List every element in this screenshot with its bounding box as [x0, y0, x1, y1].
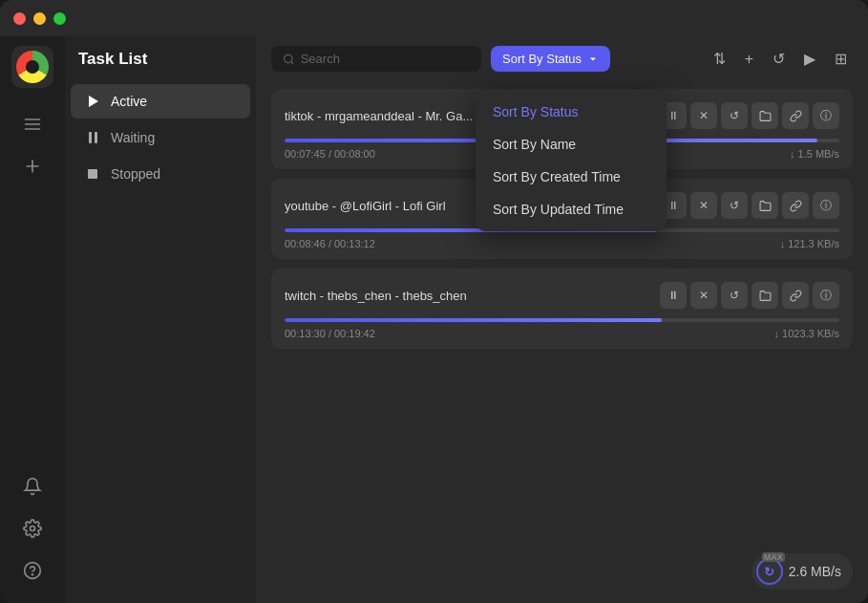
sidebar-item-active[interactable]: Active: [71, 84, 250, 118]
task-close-button[interactable]: ✕: [690, 282, 717, 309]
sort-by-status-button[interactable]: Sort By Status: [491, 46, 610, 72]
speed-badge: ↻ MAX 2.6 MB/s: [752, 553, 853, 590]
settings-icon[interactable]: [13, 509, 52, 548]
sidebar-item-active-label: Active: [111, 94, 147, 109]
task-speed: ↓ 1023.3 KB/s: [774, 328, 840, 339]
icon-sidebar: [0, 36, 65, 603]
toolbar-actions: ⇅ + ↺ ▶ ⊞: [708, 46, 853, 72]
task-speed: ↓ 1.5 MB/s: [790, 148, 839, 160]
task-actions: ⏸ ✕ ↺ ⓘ: [660, 282, 839, 309]
bottom-bar: ↻ MAX 2.6 MB/s: [752, 553, 853, 590]
sort-by-name-option[interactable]: Sort By Name: [476, 128, 667, 161]
sidebar-item-waiting-label: Waiting: [111, 130, 155, 145]
sidebar-item-stopped-label: Stopped: [111, 166, 160, 182]
task-reset-button[interactable]: ↺: [721, 192, 748, 219]
speed-max-label: MAX: [762, 552, 785, 562]
play-all-button[interactable]: ▶: [798, 46, 821, 72]
task-reset-button[interactable]: ↺: [721, 282, 748, 309]
bell-icon[interactable]: [13, 467, 52, 506]
search-input[interactable]: [301, 52, 470, 66]
sidebar-item-waiting[interactable]: Waiting: [71, 120, 250, 155]
task-folder-button[interactable]: [752, 192, 778, 219]
columns-button[interactable]: ⊞: [829, 46, 853, 72]
titlebar: [0, 0, 868, 36]
task-title: twitch - thebs_chen - thebs_chen: [285, 289, 619, 303]
refresh-button[interactable]: ↺: [767, 46, 791, 72]
task-link-button[interactable]: [782, 282, 809, 309]
progress-bar: [285, 318, 839, 322]
help-icon[interactable]: [13, 551, 52, 590]
task-actions: ⏸ ✕ ↺ ⓘ: [660, 102, 839, 129]
task-close-button[interactable]: ✕: [690, 192, 717, 219]
sort-dropdown: Sort By Status Sort By Name Sort By Crea…: [476, 90, 667, 231]
task-time: 00:08:46 / 00:13:12: [285, 238, 375, 249]
sort-label: Sort By Status: [502, 52, 582, 66]
sort-by-updated-option[interactable]: Sort By Updated Time: [476, 193, 667, 226]
toolbar: Sort By Status ⇅ + ↺ ▶ ⊞: [256, 36, 868, 81]
logo-icon: [16, 51, 49, 83]
speed-value: 2.6 MB/s: [789, 564, 841, 579]
chevron-down-icon: [587, 54, 599, 65]
pause-icon: [84, 129, 101, 146]
sidebar-item-stopped[interactable]: Stopped: [71, 157, 250, 191]
progress-fill: [285, 318, 662, 322]
table-row: twitch - thebs_chen - thebs_chen ⏸ ✕ ↺: [271, 269, 853, 349]
task-close-button[interactable]: ✕: [690, 102, 717, 129]
nav-sidebar: Task List Active Waiting Stopped: [65, 36, 256, 603]
task-speed: ↓ 121.3 KB/s: [780, 238, 839, 249]
nav-title: Task List: [65, 50, 256, 84]
task-info-button[interactable]: ⓘ: [813, 102, 839, 129]
search-box[interactable]: [271, 46, 481, 72]
task-time: 00:13:30 / 00:19:42: [285, 328, 375, 339]
close-button[interactable]: [13, 12, 26, 25]
task-reset-button[interactable]: ↺: [721, 102, 748, 129]
maximize-button[interactable]: [53, 12, 66, 25]
sort-by-created-option[interactable]: Sort By Created Time: [476, 161, 667, 193]
svg-point-5: [31, 527, 35, 531]
add-icon[interactable]: [13, 147, 52, 185]
task-info-button[interactable]: ⓘ: [813, 282, 839, 309]
minimize-button[interactable]: [33, 12, 46, 25]
task-folder-button[interactable]: [752, 102, 778, 129]
swap-button[interactable]: ⇅: [708, 46, 731, 72]
task-link-button[interactable]: [782, 102, 809, 129]
task-folder-button[interactable]: [752, 282, 778, 309]
speed-icon: ↻ MAX: [756, 558, 783, 585]
task-info-button[interactable]: ⓘ: [813, 192, 839, 219]
main-content: Sort By Status ⇅ + ↺ ▶ ⊞ Sort By Status …: [256, 36, 868, 603]
add-task-button[interactable]: +: [739, 47, 759, 72]
app-logo: [11, 46, 53, 88]
play-icon: [84, 93, 101, 110]
svg-point-8: [285, 54, 292, 62]
stop-icon: [84, 165, 101, 183]
task-actions: ⏸ ✕ ↺ ⓘ: [660, 192, 839, 219]
search-icon: [283, 53, 295, 66]
task-link-button[interactable]: [782, 192, 809, 219]
menu-icon[interactable]: [13, 105, 52, 143]
sort-by-status-option[interactable]: Sort By Status: [476, 96, 667, 128]
task-pause-button[interactable]: ⏸: [660, 282, 687, 309]
task-time: 00:07:45 / 00:08:00: [285, 148, 375, 160]
